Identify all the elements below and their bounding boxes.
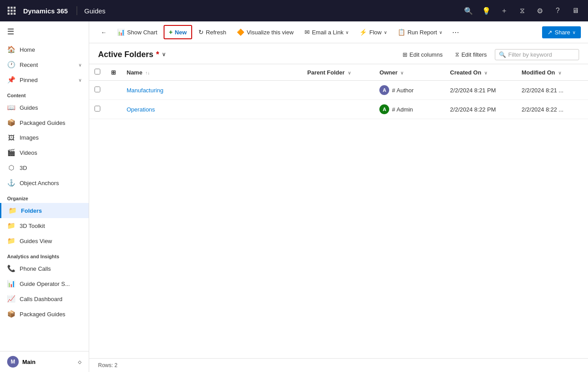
show-chart-button[interactable]: 📊 Show Chart <box>113 26 162 38</box>
svg-rect-7 <box>11 13 13 15</box>
created-sort-icon: ∨ <box>484 70 487 75</box>
sidebar-item-guides-view[interactable]: 📁 Guides View <box>0 233 89 248</box>
row-name-cell: Operations <box>121 100 302 119</box>
sidebar-item-pinned[interactable]: 📌 Pinned ∨ <box>0 72 89 87</box>
sidebar-item-3d-toolkit[interactable]: 📁 3D Toolkit <box>0 218 89 233</box>
row-name-link[interactable]: Operations <box>127 106 155 113</box>
main-layout: ☰ 🏠 Home 🕐 Recent ∨ 📌 Pinned ∨ Content 📖… <box>0 21 588 372</box>
flow-button[interactable]: ⚡ Flow ∨ <box>355 26 391 38</box>
sidebar-label-calls: Calls Dashboard <box>20 296 62 302</box>
screen-icon[interactable]: 🖥 <box>568 4 583 18</box>
select-all-checkbox[interactable] <box>95 69 100 74</box>
plus-icon: + <box>169 29 173 36</box>
lightbulb-icon[interactable]: 💡 <box>479 4 493 18</box>
guides-icon: 📖 <box>7 103 15 112</box>
home-icon: 🏠 <box>7 45 15 54</box>
folders-icon: 📁 <box>8 207 16 215</box>
th-created-on[interactable]: Created On ∨ <box>445 64 516 81</box>
run-report-button[interactable]: 📋 Run Report ∨ <box>393 26 447 38</box>
sidebar-item-packaged-guides2[interactable]: 📦 Packaged Guides <box>0 306 89 322</box>
sidebar-label-pinned: Pinned <box>20 77 37 83</box>
back-button[interactable]: ← <box>96 26 111 38</box>
th-parent-folder[interactable]: Parent Folder ∨ <box>302 64 374 81</box>
refresh-button[interactable]: ↻ Refresh <box>194 26 231 38</box>
filters-icon: ⧖ <box>455 51 459 58</box>
sidebar-label-phone: Phone Calls <box>20 265 51 272</box>
parent-sort-icon: ∨ <box>348 70 351 75</box>
guides-view-icon: 📁 <box>7 237 15 245</box>
section-label-analytics: Analytics and Insights <box>0 248 89 261</box>
status-bar: Rows: 2 <box>89 358 588 372</box>
svg-rect-4 <box>11 10 13 12</box>
back-icon: ← <box>101 29 107 36</box>
email-chevron: ∨ <box>345 30 349 35</box>
row-checkbox-1[interactable] <box>95 106 100 112</box>
view-title: Active Folders * ∨ <box>98 50 166 59</box>
3d-icon: ⬡ <box>7 164 15 172</box>
sidebar-label-images: Images <box>20 134 39 141</box>
add-icon[interactable]: ＋ <box>497 4 511 18</box>
edit-columns-button[interactable]: ⊞ Edit columns <box>398 49 447 60</box>
row-group-cell <box>106 100 121 119</box>
filter-keyword-input[interactable] <box>508 51 575 58</box>
sidebar-label-videos: Videos <box>20 149 37 156</box>
sidebar: ☰ 🏠 Home 🕐 Recent ∨ 📌 Pinned ∨ Content 📖… <box>0 21 89 372</box>
row-name-link[interactable]: Manufacturing <box>127 87 163 94</box>
visualize-icon: 🔶 <box>237 29 244 36</box>
view-title-text: Active Folders <box>98 50 153 59</box>
svg-rect-8 <box>14 13 16 15</box>
help-icon[interactable]: ? <box>551 4 565 18</box>
folders-table: ⊞ Name ↑↓ Parent Folder ∨ Owner ∨ <box>89 64 588 119</box>
row-checkbox-cell[interactable] <box>89 100 106 119</box>
sidebar-label-operator: Guide Operator S... <box>20 281 70 287</box>
settings-icon[interactable]: ⚙ <box>533 4 547 18</box>
filter-icon[interactable]: ⧖ <box>515 4 529 18</box>
share-button[interactable]: ↗ Share ∨ <box>542 26 581 38</box>
new-button[interactable]: + New <box>164 25 192 39</box>
top-navigation: Dynamics 365 Guides 🔍 💡 ＋ ⧖ ⚙ ? 🖥 <box>0 0 588 21</box>
th-owner[interactable]: Owner ∨ <box>374 64 444 81</box>
th-modified-on[interactable]: Modified On ∨ <box>516 64 588 81</box>
sidebar-item-guides[interactable]: 📖 Guides <box>0 100 89 115</box>
sidebar-item-calls-dashboard[interactable]: 📈 Calls Dashboard <box>0 291 89 306</box>
view-title-chevron[interactable]: ∨ <box>162 51 166 58</box>
row-group-cell <box>106 81 121 100</box>
apps-grid-icon[interactable] <box>5 4 18 17</box>
sidebar-item-phone-calls[interactable]: 📞 Phone Calls <box>0 261 89 276</box>
sidebar-item-images[interactable]: 🖼 Images <box>0 130 89 145</box>
sidebar-item-home[interactable]: 🏠 Home <box>0 42 89 57</box>
visualize-button[interactable]: 🔶 Visualize this view <box>232 26 298 38</box>
th-group[interactable]: ⊞ <box>106 64 121 81</box>
sidebar-label-folders: Folders <box>21 207 42 214</box>
edit-filters-button[interactable]: ⧖ Edit filters <box>451 49 491 60</box>
owner-name: # Admin <box>392 106 413 113</box>
email-link-button[interactable]: ✉ Email a Link ∨ <box>300 26 354 38</box>
sidebar-item-guide-operator[interactable]: 📊 Guide Operator S... <box>0 276 89 291</box>
table-header-row: ⊞ Name ↑↓ Parent Folder ∨ Owner ∨ <box>89 64 588 81</box>
sidebar-item-recent[interactable]: 🕐 Recent ∨ <box>0 57 89 72</box>
app-brand-title: Dynamics 365 <box>23 7 68 15</box>
videos-icon: 🎬 <box>7 149 15 157</box>
3d-toolkit-icon: 📁 <box>7 222 15 230</box>
th-name[interactable]: Name ↑↓ <box>121 64 302 81</box>
sidebar-label-guides-view: Guides View <box>20 238 52 244</box>
section-label-content: Content <box>0 87 89 100</box>
hamburger-menu[interactable]: ☰ <box>0 21 89 42</box>
report-icon: 📋 <box>398 29 405 36</box>
phone-icon: 📞 <box>7 265 15 273</box>
search-icon[interactable]: 🔍 <box>461 4 476 18</box>
th-checkbox[interactable] <box>89 64 106 81</box>
section-label-organize: Organize <box>0 190 89 203</box>
filter-input-wrap: 🔍 <box>495 49 579 60</box>
bottom-chevron: ◇ <box>78 360 82 364</box>
sidebar-label-guides: Guides <box>20 104 38 111</box>
more-options-button[interactable]: ⋯ <box>448 25 463 39</box>
sidebar-item-videos[interactable]: 🎬 Videos <box>0 145 89 160</box>
row-checkbox-cell[interactable] <box>89 81 106 100</box>
sidebar-item-packaged-guides[interactable]: 📦 Packaged Guides <box>0 115 89 130</box>
sidebar-item-3d[interactable]: ⬡ 3D <box>0 160 89 175</box>
sidebar-bottom-bar[interactable]: M Main ◇ <box>0 351 89 372</box>
row-checkbox-0[interactable] <box>95 87 100 92</box>
sidebar-item-folders[interactable]: 📁 Folders <box>0 203 89 218</box>
sidebar-item-object-anchors[interactable]: ⚓ Object Anchors <box>0 175 89 190</box>
